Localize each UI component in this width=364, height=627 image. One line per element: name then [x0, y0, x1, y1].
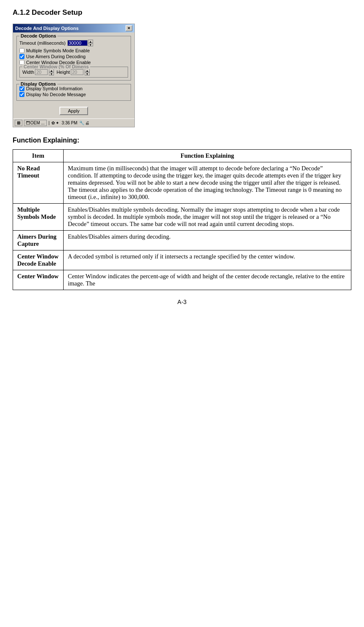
- checkbox-aimers-input[interactable]: [19, 54, 24, 59]
- checkbox-no-decode-input[interactable]: [19, 92, 24, 97]
- dialog-close-button[interactable]: ✕: [126, 25, 132, 31]
- checkbox-display-symbol[interactable]: Display Symbol Information: [19, 86, 128, 91]
- table-cell-item-2: Aimers DuringCapture: [13, 231, 64, 250]
- width-label: Width: [22, 70, 34, 75]
- table-row: Center WindowDecode EnableA decoded symb…: [13, 250, 351, 270]
- timeout-input[interactable]: [67, 40, 88, 46]
- taskbar-separator: |: [48, 121, 50, 125]
- dialog-body: Decode Options Timeout (milliseconds) ▲ …: [13, 32, 134, 118]
- table-cell-desc-4: Center Window indicates the percent-age …: [64, 270, 351, 290]
- taskbar: ⊞ 🗔 OEM ... | ✿ ✦ 3:36 PM 🔧 🖨: [13, 118, 134, 127]
- height-spinner: ▲ ▼: [85, 69, 90, 75]
- page-number: A-3: [13, 299, 351, 305]
- table-cell-desc-1: Enables/Disables multiple symbols decodi…: [64, 204, 351, 231]
- function-explaining-heading: Function Explaining:: [13, 137, 351, 144]
- width-spinner: ▲ ▼: [49, 69, 54, 75]
- start-icon: ⊞: [17, 121, 20, 125]
- taskbar-time: 3:36 PM: [62, 121, 77, 125]
- apply-button[interactable]: Apply: [59, 107, 88, 115]
- height-input: [71, 69, 83, 75]
- taskbar-oem-button[interactable]: 🗔 OEM ...: [24, 120, 47, 126]
- width-spin-down: ▼: [49, 72, 54, 75]
- timeout-row: Timeout (milliseconds) ▲ ▼: [19, 40, 128, 46]
- table-cell-desc-3: A decoded symbol is returned only if it …: [64, 250, 351, 270]
- checkbox-no-decode[interactable]: Display No Decode Message: [19, 92, 128, 97]
- function-table: Item Function Explaining No ReadTimeoutM…: [13, 149, 351, 290]
- display-options-label: Display Options: [19, 81, 57, 86]
- table-cell-desc-2: Enables/Disables aimers during decoding.: [64, 231, 351, 250]
- table-row: Aimers DuringCaptureEnables/Disables aim…: [13, 231, 351, 250]
- checkbox-display-symbol-input[interactable]: [19, 86, 24, 91]
- timeout-label: Timeout (milliseconds): [19, 40, 66, 46]
- table-cell-desc-0: Maximum time (in milliseconds) that the …: [64, 162, 351, 204]
- table-cell-item-0: No ReadTimeout: [13, 162, 64, 204]
- spin-up-arrow[interactable]: ▲: [88, 40, 93, 43]
- height-label: Height: [56, 70, 70, 75]
- table-header-item: Item: [13, 150, 64, 162]
- apply-button-container: Apply: [16, 104, 131, 115]
- table-cell-item-3: Center WindowDecode Enable: [13, 250, 64, 270]
- table-row: Center WindowCenter Window indicates the…: [13, 270, 351, 290]
- taskbar-extra-icons: 🔧 🖨: [79, 121, 90, 125]
- checkbox-display-symbol-label: Display Symbol Information: [26, 86, 83, 91]
- height-field: Height ▲ ▼: [56, 69, 90, 75]
- timeout-spinner[interactable]: ▲ ▼: [88, 40, 93, 46]
- height-spin-up: ▲: [85, 69, 90, 72]
- taskbar-start-button[interactable]: ⊞: [15, 120, 22, 126]
- checkbox-multiple-symbols[interactable]: Multiple Symbols Mode Enable: [19, 48, 128, 53]
- dialog-screenshot: Decode And Display Options ✕ Decode Opti…: [13, 24, 135, 127]
- taskbar-icons: ✿ ✦: [51, 121, 59, 125]
- table-row: No ReadTimeoutMaximum time (in milliseco…: [13, 162, 351, 204]
- width-field: Width ▲ ▼: [22, 69, 54, 75]
- decode-options-group: Decode Options Timeout (milliseconds) ▲ …: [16, 36, 131, 81]
- checkbox-multiple-symbols-label: Multiple Symbols Mode Enable: [26, 48, 90, 53]
- oem-label: OEM ...: [30, 121, 45, 125]
- width-input: [35, 69, 48, 75]
- dialog-titlebar: Decode And Display Options ✕: [13, 24, 134, 32]
- decode-options-label: Decode Options: [19, 33, 57, 38]
- table-cell-item-4: Center Window: [13, 270, 64, 290]
- table-header-function: Function Explaining: [64, 150, 351, 162]
- center-window-row: Width ▲ ▼ Height ▲ ▼: [22, 69, 125, 75]
- dialog-title-text: Decode And Display Options: [15, 26, 79, 31]
- checkbox-no-decode-label: Display No Decode Message: [26, 92, 86, 97]
- checkbox-multiple-symbols-input[interactable]: [19, 48, 24, 53]
- spin-down-arrow[interactable]: ▼: [88, 43, 93, 46]
- height-spin-down: ▼: [85, 72, 90, 75]
- center-window-group: Center Window (% Of Dimens Width ▲ ▼ Hei…: [19, 67, 128, 78]
- page-title: A.1.2 Decoder Setup: [13, 8, 351, 17]
- checkbox-aimers-label: Use Aimers During Decoding: [26, 54, 86, 59]
- table-row: MultipleSymbols ModeEnables/Disables mul…: [13, 204, 351, 231]
- oem-icon: 🗔: [26, 121, 30, 125]
- center-window-group-label: Center Window (% Of Dimens: [22, 64, 90, 69]
- table-cell-item-1: MultipleSymbols Mode: [13, 204, 64, 231]
- width-spin-up: ▲: [49, 69, 54, 72]
- display-options-group: Display Options Display Symbol Informati…: [16, 84, 131, 101]
- checkbox-aimers[interactable]: Use Aimers During Decoding: [19, 54, 128, 59]
